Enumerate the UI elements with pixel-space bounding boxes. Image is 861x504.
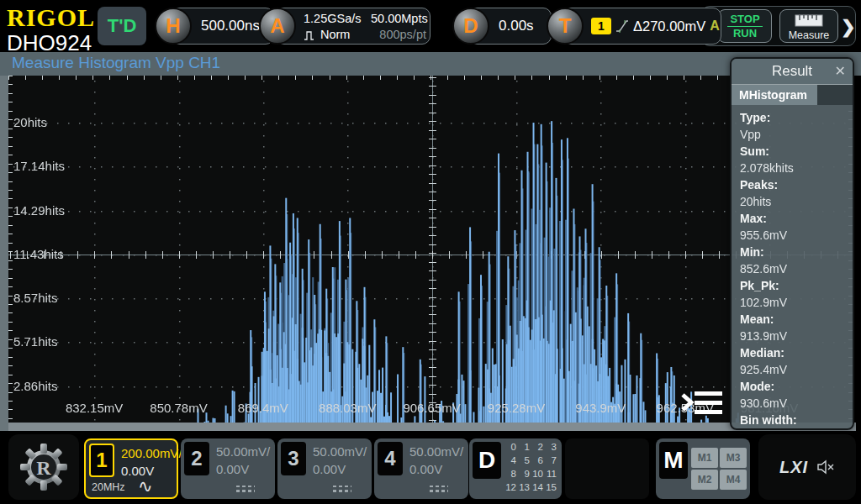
grid-cell: 12 — [504, 482, 518, 496]
chevron-right-icon[interactable]: ❯ — [841, 17, 856, 37]
acquisition-right-column: 50.00Mpts 800ps/pt — [371, 11, 426, 43]
run-stop-button[interactable]: STOP RUN — [718, 9, 772, 43]
empty-tile — [565, 438, 649, 499]
ruler-icon — [795, 14, 823, 27]
result-row-label: Median: — [740, 344, 853, 361]
dc-coupling-icon — [236, 486, 255, 492]
grid-cell: M1 — [691, 448, 718, 468]
result-row-label: Type: — [740, 109, 853, 126]
y-axis-label: 17.14hits — [13, 159, 65, 173]
result-row-value: 930.6mV — [740, 395, 853, 412]
dc-coupling-icon — [333, 486, 351, 492]
result-row-value: 955.6mV — [740, 227, 853, 244]
grid-cell: 1 — [518, 442, 531, 455]
y-axis-label: 2.86hits — [13, 379, 58, 393]
grid-cell: 9 — [518, 469, 531, 482]
digital-channels-tile[interactable]: D 0123456789101112131415 — [469, 438, 562, 499]
channel-1-number: 1 — [89, 444, 114, 477]
digital-label: D — [473, 442, 501, 479]
channel-1-tile[interactable]: 1 200.00mV/ 0.00V 20MHz ∿ — [84, 438, 178, 499]
result-row-value: 2.078khits — [740, 160, 853, 176]
result-panel: Result ✕ MHistogram Type:VppSum:2.078khi… — [730, 57, 854, 430]
trigger-status-badge[interactable]: T'D — [98, 7, 146, 45]
channel-1-bandwidth: 20MHz — [92, 481, 125, 493]
math-tile[interactable]: M M1M3M2M4 — [656, 438, 750, 499]
histogram-title: Measure Histogram Vpp CH1 — [12, 54, 220, 72]
oscilloscope-screen: RIGOL T'D H 500.00ns/ A 1.25GSa/s Norm 5… — [0, 0, 861, 504]
channel-4-tile[interactable]: 4 50.00mV/ 0.00V — [374, 438, 468, 499]
channel-2-number: 2 — [184, 442, 209, 475]
toolbar-right-cluster: ❮ STOP RUN Measure ❯ — [701, 6, 856, 46]
acquisition-mode: Norm — [320, 27, 350, 43]
horizontal-knob[interactable]: H — [155, 8, 192, 45]
lxi-status-tile: LXI — [758, 434, 856, 500]
y-axis-label: 8.57hits — [13, 291, 58, 305]
x-axis-label: 869.4mV — [223, 401, 304, 415]
tab-mhistogram[interactable]: MHistogram — [732, 85, 817, 105]
trigger-source-badge: 1 — [591, 18, 611, 34]
bottom-bar: R 1 200.00mV/ 0.00V 20MHz ∿ 2 50.00mV/ 0… — [0, 431, 861, 504]
channel-4-offset: 0.00V — [409, 462, 442, 476]
channel-4-number: 4 — [378, 442, 403, 475]
grid-cell: M2 — [691, 470, 718, 490]
result-row-value: 925.4mV — [740, 361, 853, 378]
result-row-value: 852.6mV — [740, 260, 853, 277]
trigger-knob[interactable]: T — [547, 8, 584, 45]
trigger-box[interactable]: 1 Δ270.00mV A — [563, 8, 721, 45]
result-row-label: Max: — [740, 210, 853, 227]
grid-cell: 15 — [545, 482, 558, 496]
measure-button[interactable]: Measure — [779, 9, 838, 43]
x-axis-label: 850.78mV — [139, 401, 219, 415]
result-panel-titlebar[interactable]: Result ✕ — [732, 59, 853, 85]
math-slot-grid: M1M3M2M4 — [691, 448, 747, 490]
left-edge-strip — [0, 76, 8, 431]
gear-icon: R — [18, 441, 70, 493]
acquisition-box[interactable]: 1.25GSa/s Norm 50.00Mpts 800ps/pt — [276, 8, 430, 45]
result-tab-row: MHistogram — [732, 85, 853, 105]
result-row-label: Min: — [740, 244, 853, 260]
grid-cell: 3 — [545, 442, 558, 455]
x-axis-label: 906.65mV — [392, 401, 473, 415]
channel-3-tile[interactable]: 3 50.00mV/ 0.00V — [277, 438, 372, 499]
result-row-label: Peaks: — [740, 176, 853, 193]
result-row-label: Pk_Pk: — [740, 277, 853, 294]
result-tab-notch — [817, 85, 853, 105]
top-toolbar: RIGOL T'D H 500.00ns/ A 1.25GSa/s Norm 5… — [0, 0, 861, 52]
grid-cell: 5 — [518, 455, 531, 469]
grid-cell: 6 — [531, 455, 545, 469]
channel-2-scale: 50.00mV/ — [216, 444, 270, 459]
x-axis-label: 832.15mV — [54, 401, 135, 415]
result-row-label: Mode: — [740, 378, 853, 395]
result-row-label: Mean: — [740, 311, 853, 328]
channel-2-tile[interactable]: 2 50.00mV/ 0.00V — [181, 438, 275, 499]
svg-text:R: R — [36, 457, 51, 479]
sample-rate: 1.25GSa/s — [304, 11, 362, 27]
run-label: RUN — [719, 27, 771, 40]
trigger-coupling: A — [710, 18, 720, 34]
y-axis-label: 5.71hits — [13, 334, 58, 349]
acquisition-left-column: 1.25GSa/s Norm — [304, 11, 362, 43]
close-icon[interactable]: ✕ — [835, 59, 846, 84]
sample-interval: 800ps/pt — [371, 27, 426, 43]
histogram-canvas — [8, 76, 853, 430]
channel-3-number: 3 — [281, 442, 306, 475]
acquisition-knob[interactable]: A — [259, 8, 296, 45]
result-rows: Type:VppSum:2.078khitsPeaks:20hitsMax:95… — [732, 105, 853, 428]
rigol-gear-logo[interactable]: R — [8, 434, 79, 500]
grid-cell: 2 — [531, 442, 545, 455]
grid-cell: 13 — [518, 482, 531, 496]
dc-coupling-icon — [430, 486, 448, 492]
menu-expand-icon[interactable] — [678, 383, 725, 422]
speaker-muted-icon[interactable] — [816, 459, 835, 475]
grid-cell: 8 — [504, 469, 518, 482]
x-axis-label: 925.28mV — [476, 401, 557, 415]
x-axis-label: 943.9mV — [560, 401, 641, 415]
grid-cell: 4 — [504, 455, 518, 469]
rigol-logo: RIGOL — [7, 3, 95, 32]
delay-knob[interactable]: D — [452, 8, 489, 45]
x-axis-label: 888.03mV — [307, 401, 388, 415]
bottom-edge-strip — [8, 423, 856, 431]
grid-cell: 10 — [531, 469, 545, 482]
grid-cell: 11 — [545, 469, 558, 482]
y-axis-label: 11.43hits — [13, 247, 64, 261]
